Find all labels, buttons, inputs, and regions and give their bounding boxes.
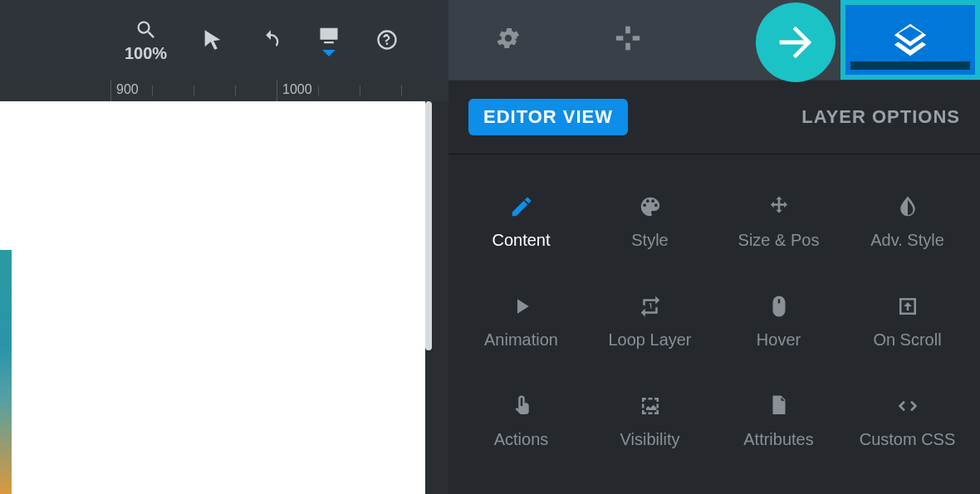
pencil-icon (507, 193, 536, 221)
section-tab-attributes[interactable]: Attributes (714, 370, 843, 470)
zoom-tool[interactable]: 100% (125, 17, 167, 63)
next-step-button[interactable] (756, 2, 835, 82)
layers-panel-button[interactable] (840, 0, 980, 80)
ruler-subtick (152, 86, 153, 95)
section-label: Style (631, 231, 668, 250)
layers-icon (891, 21, 929, 59)
repeat-one-icon (636, 292, 664, 320)
cursor-icon (200, 27, 225, 52)
horizontal-ruler[interactable]: 900 1000 (0, 80, 448, 101)
section-grid: ContentStyleSize & PosAdv. StyleAnimatio… (448, 154, 980, 487)
image-dashed-icon (636, 392, 664, 420)
dpad-icon (614, 24, 642, 52)
ruler-tick (277, 80, 277, 101)
section-tab-sizepos[interactable]: Size & Pos (714, 171, 843, 271)
ruler-label: 900 (116, 82, 139, 97)
ruler-subtick (194, 86, 194, 95)
section-label: Hover (757, 330, 801, 350)
ruler-tick (110, 80, 111, 101)
toolbar-right-group (448, 0, 980, 80)
ruler-subtick (235, 86, 236, 95)
invert-icon (894, 193, 922, 221)
mouse-icon (765, 292, 793, 320)
section-tab-animation[interactable]: Animation (457, 271, 586, 370)
ruler-subtick (401, 86, 402, 95)
section-tab-customcss[interactable]: Custom CSS (843, 370, 972, 470)
section-label: Size & Pos (738, 231, 820, 250)
download-box-icon (894, 292, 922, 320)
palette-icon (636, 193, 664, 221)
play-icon (507, 292, 536, 320)
touch-icon (507, 392, 536, 420)
ruler-subtick (318, 86, 319, 95)
section-tab-content[interactable]: Content (457, 171, 586, 271)
zoom-label: 100% (125, 44, 167, 63)
panel-header: EDITOR VIEW LAYER OPTIONS (448, 80, 980, 154)
section-label: Loop Layer (608, 330, 691, 350)
canvas-whitespace[interactable] (0, 101, 425, 494)
section-tab-actions[interactable]: Actions (457, 370, 586, 470)
section-label: Actions (494, 430, 549, 449)
section-tab-looplayer[interactable]: Loop Layer (586, 271, 714, 370)
move-icon (765, 193, 793, 221)
select-tool[interactable] (200, 27, 225, 52)
active-underline (850, 61, 970, 70)
undo-icon (258, 27, 283, 52)
layer-panel: EDITOR VIEW LAYER OPTIONS ContentStyleSi… (448, 80, 980, 494)
section-tab-hover[interactable]: Hover (714, 271, 843, 370)
arrow-right-icon (772, 18, 820, 66)
ruler-label: 1000 (282, 82, 312, 97)
section-label: Attributes (743, 430, 813, 449)
gear-icon (494, 24, 522, 52)
section-label: Custom CSS (860, 430, 956, 449)
section-tab-style[interactable]: Style (586, 171, 714, 271)
preview-device-button[interactable] (316, 23, 341, 56)
editor-view-button[interactable]: EDITOR VIEW (468, 99, 628, 135)
undo-button[interactable] (258, 27, 283, 52)
file-icon (765, 392, 793, 420)
help-button[interactable] (375, 27, 399, 52)
section-tab-visibility[interactable]: Visibility (586, 370, 714, 470)
section-label: Animation (484, 330, 558, 350)
top-toolbar: 100% (0, 0, 980, 80)
section-label: On Scroll (873, 330, 941, 350)
caret-down-icon (322, 50, 336, 56)
canvas-scrollbar[interactable] (425, 101, 432, 350)
ruler-subtick (360, 86, 360, 95)
help-icon (375, 27, 399, 52)
section-tab-advstyle[interactable]: Adv. Style (843, 171, 972, 271)
navigation-button[interactable] (614, 24, 642, 56)
toolbar-left-group: 100% (0, 0, 448, 80)
canvas-image-edge (0, 250, 12, 494)
layer-options-button[interactable]: LAYER OPTIONS (801, 106, 960, 128)
code-icon (894, 392, 922, 420)
section-label: Adv. Style (870, 231, 944, 250)
canvas-area: 900 1000 (0, 80, 448, 494)
section-tab-onscroll[interactable]: On Scroll (843, 271, 972, 370)
settings-button[interactable] (494, 24, 522, 56)
section-label: Visibility (620, 430, 680, 449)
zoom-icon (134, 17, 159, 42)
screen-icon (316, 23, 341, 48)
section-label: Content (492, 231, 550, 250)
